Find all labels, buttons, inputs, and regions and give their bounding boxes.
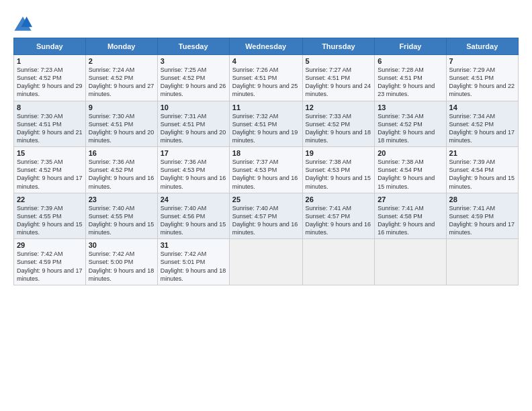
day-number: 18 [232,149,300,157]
day-number: 2 [89,57,154,65]
calendar-header: SundayMondayTuesdayWednesdayThursdayFrid… [14,38,519,55]
day-number: 28 [449,195,515,203]
calendar-cell: 28Sunrise: 7:41 AMSunset: 4:59 PMDayligh… [446,193,518,239]
calendar-cell [229,239,302,285]
day-number: 1 [17,57,83,65]
week-row: 15Sunrise: 7:35 AMSunset: 4:52 PMDayligh… [14,147,519,193]
calendar-cell: 26Sunrise: 7:41 AMSunset: 4:57 PMDayligh… [302,193,375,239]
calendar-cell: 12Sunrise: 7:33 AMSunset: 4:52 PMDayligh… [302,101,375,147]
calendar-cell: 25Sunrise: 7:40 AMSunset: 4:57 PMDayligh… [229,193,302,239]
day-detail: Sunrise: 7:41 AMSunset: 4:57 PMDaylight:… [306,204,372,237]
day-number: 3 [161,57,226,65]
day-detail: Sunrise: 7:32 AMSunset: 4:51 PMDaylight:… [232,112,300,145]
calendar-cell: 10Sunrise: 7:31 AMSunset: 4:51 PMDayligh… [157,101,229,147]
day-detail: Sunrise: 7:27 AMSunset: 4:51 PMDaylight:… [306,66,372,99]
calendar-cell: 13Sunrise: 7:34 AMSunset: 4:52 PMDayligh… [375,101,446,147]
day-number: 29 [17,241,83,249]
day-number: 4 [232,57,300,65]
calendar-cell [446,239,518,285]
day-detail: Sunrise: 7:37 AMSunset: 4:53 PMDaylight:… [232,158,300,191]
calendar-cell: 18Sunrise: 7:37 AMSunset: 4:53 PMDayligh… [229,147,302,193]
header [13,12,519,34]
day-number: 26 [306,195,372,203]
calendar-cell [302,239,375,285]
day-number: 11 [232,103,300,111]
week-row: 8Sunrise: 7:30 AMSunset: 4:51 PMDaylight… [14,101,519,147]
calendar-cell: 8Sunrise: 7:30 AMSunset: 4:51 PMDaylight… [14,101,86,147]
day-detail: Sunrise: 7:30 AMSunset: 4:51 PMDaylight:… [89,112,154,145]
calendar-cell: 11Sunrise: 7:32 AMSunset: 4:51 PMDayligh… [229,101,302,147]
day-detail: Sunrise: 7:24 AMSunset: 4:52 PMDaylight:… [89,66,154,99]
day-number: 5 [306,57,372,65]
day-number: 8 [17,103,83,111]
day-detail: Sunrise: 7:34 AMSunset: 4:52 PMDaylight:… [449,112,515,145]
calendar-cell: 14Sunrise: 7:34 AMSunset: 4:52 PMDayligh… [446,101,518,147]
calendar-cell: 5Sunrise: 7:27 AMSunset: 4:51 PMDaylight… [302,55,375,101]
day-detail: Sunrise: 7:36 AMSunset: 4:53 PMDaylight:… [161,158,226,191]
calendar-cell: 9Sunrise: 7:30 AMSunset: 4:51 PMDaylight… [85,101,157,147]
day-detail: Sunrise: 7:33 AMSunset: 4:52 PMDaylight:… [306,112,372,145]
calendar-cell: 17Sunrise: 7:36 AMSunset: 4:53 PMDayligh… [157,147,229,193]
calendar-cell [375,239,446,285]
calendar-cell: 16Sunrise: 7:36 AMSunset: 4:52 PMDayligh… [85,147,157,193]
day-detail: Sunrise: 7:42 AMSunset: 5:01 PMDaylight:… [161,250,226,283]
page: SundayMondayTuesdayWednesdayThursdayFrid… [0,0,532,411]
col-friday: Friday [375,38,446,55]
day-detail: Sunrise: 7:38 AMSunset: 4:54 PMDaylight:… [378,158,443,191]
col-thursday: Thursday [302,38,375,55]
calendar-body: 1Sunrise: 7:23 AMSunset: 4:52 PMDaylight… [14,55,519,285]
calendar-cell: 6Sunrise: 7:28 AMSunset: 4:51 PMDaylight… [375,55,446,101]
calendar-cell: 4Sunrise: 7:26 AMSunset: 4:51 PMDaylight… [229,55,302,101]
calendar-cell: 1Sunrise: 7:23 AMSunset: 4:52 PMDaylight… [14,55,86,101]
day-number: 30 [89,241,154,249]
day-detail: Sunrise: 7:29 AMSunset: 4:51 PMDaylight:… [449,66,515,99]
day-detail: Sunrise: 7:28 AMSunset: 4:51 PMDaylight:… [378,66,443,99]
day-number: 24 [161,195,226,203]
day-detail: Sunrise: 7:23 AMSunset: 4:52 PMDaylight:… [17,66,83,99]
day-detail: Sunrise: 7:40 AMSunset: 4:56 PMDaylight:… [161,204,226,237]
day-number: 21 [449,149,515,157]
day-detail: Sunrise: 7:39 AMSunset: 4:54 PMDaylight:… [449,158,515,191]
day-number: 12 [306,103,372,111]
calendar-cell: 23Sunrise: 7:40 AMSunset: 4:55 PMDayligh… [85,193,157,239]
day-number: 22 [17,195,83,203]
day-detail: Sunrise: 7:42 AMSunset: 4:59 PMDaylight:… [17,250,83,283]
day-detail: Sunrise: 7:31 AMSunset: 4:51 PMDaylight:… [161,112,226,145]
col-sunday: Sunday [14,38,86,55]
day-number: 20 [378,149,443,157]
day-detail: Sunrise: 7:26 AMSunset: 4:51 PMDaylight:… [232,66,300,99]
day-detail: Sunrise: 7:41 AMSunset: 4:59 PMDaylight:… [449,204,515,237]
day-detail: Sunrise: 7:34 AMSunset: 4:52 PMDaylight:… [378,112,443,145]
day-number: 7 [449,57,515,65]
calendar-cell: 30Sunrise: 7:42 AMSunset: 5:00 PMDayligh… [85,239,157,285]
day-number: 10 [161,103,226,111]
calendar-table: SundayMondayTuesdayWednesdayThursdayFrid… [13,38,519,285]
day-number: 17 [161,149,226,157]
day-number: 23 [89,195,154,203]
day-detail: Sunrise: 7:38 AMSunset: 4:53 PMDaylight:… [306,158,372,191]
day-detail: Sunrise: 7:42 AMSunset: 5:00 PMDaylight:… [89,250,154,283]
calendar-cell: 15Sunrise: 7:35 AMSunset: 4:52 PMDayligh… [14,147,86,193]
day-detail: Sunrise: 7:25 AMSunset: 4:52 PMDaylight:… [161,66,226,99]
day-number: 31 [161,241,226,249]
day-detail: Sunrise: 7:35 AMSunset: 4:52 PMDaylight:… [17,158,83,191]
calendar-cell: 7Sunrise: 7:29 AMSunset: 4:51 PMDaylight… [446,55,518,101]
day-number: 15 [17,149,83,157]
col-monday: Monday [85,38,157,55]
day-number: 27 [378,195,443,203]
day-detail: Sunrise: 7:39 AMSunset: 4:55 PMDaylight:… [17,204,83,237]
week-row: 29Sunrise: 7:42 AMSunset: 4:59 PMDayligh… [14,239,519,285]
col-tuesday: Tuesday [157,38,229,55]
logo [13,15,35,34]
calendar-cell: 29Sunrise: 7:42 AMSunset: 4:59 PMDayligh… [14,239,86,285]
calendar-cell: 27Sunrise: 7:41 AMSunset: 4:58 PMDayligh… [375,193,446,239]
calendar-cell: 2Sunrise: 7:24 AMSunset: 4:52 PMDaylight… [85,55,157,101]
calendar-cell: 3Sunrise: 7:25 AMSunset: 4:52 PMDaylight… [157,55,229,101]
day-number: 6 [378,57,443,65]
day-number: 14 [449,103,515,111]
calendar-cell: 20Sunrise: 7:38 AMSunset: 4:54 PMDayligh… [375,147,446,193]
day-number: 13 [378,103,443,111]
col-saturday: Saturday [446,38,518,55]
day-detail: Sunrise: 7:40 AMSunset: 4:55 PMDaylight:… [89,204,154,237]
day-number: 25 [232,195,300,203]
